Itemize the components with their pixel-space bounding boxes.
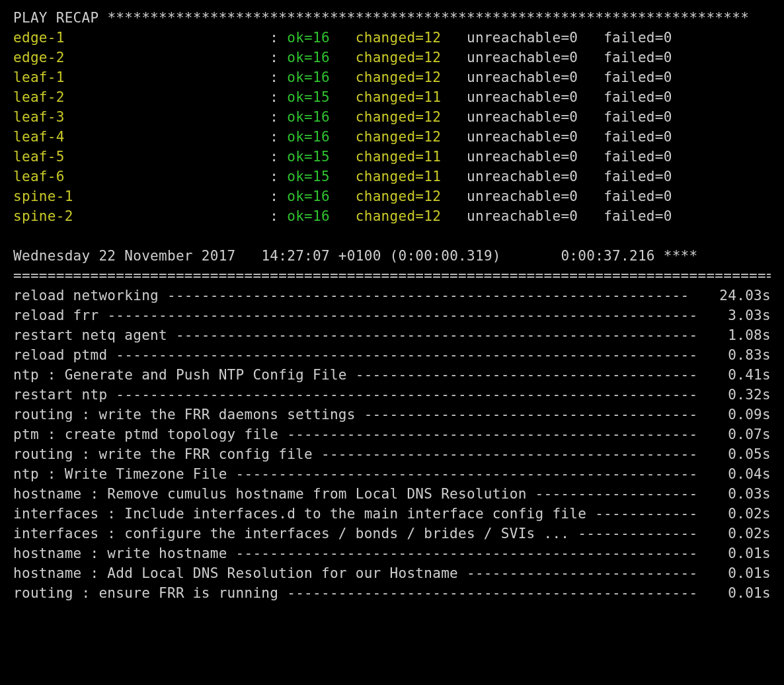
recap-colon: : bbox=[270, 186, 287, 206]
timestamp-time: 14:27:07 +0100 bbox=[261, 248, 381, 264]
recap-host: leaf-6 bbox=[13, 167, 270, 186]
task-name: restart netq agent bbox=[13, 325, 176, 345]
task-time: 1.08s bbox=[719, 325, 771, 345]
terminal-output: PLAY RECAP *****************************… bbox=[13, 8, 771, 603]
task-dash-fill: ------------------- bbox=[535, 484, 720, 504]
recap-changed: changed=12 bbox=[356, 28, 441, 48]
task-dash-fill: ----------------------------------------… bbox=[116, 385, 719, 405]
recap-ok: ok=16 bbox=[287, 28, 330, 48]
task-dash-fill: ----------------------------------------… bbox=[107, 305, 719, 325]
task-row: hostname : Add Local DNS Resolution for … bbox=[13, 563, 771, 583]
recap-changed: changed=12 bbox=[356, 67, 441, 87]
recap-host: leaf-2 bbox=[13, 87, 270, 107]
recap-ok: ok=16 bbox=[287, 67, 330, 87]
task-name: ntp : Generate and Push NTP Config File bbox=[13, 365, 356, 385]
recap-colon: : bbox=[270, 67, 287, 87]
task-row: ntp : Generate and Push NTP Config File … bbox=[13, 365, 771, 385]
recap-ok: ok=15 bbox=[287, 167, 330, 186]
recap-row: leaf-5 : ok=15 changed=11 unreachable=0 … bbox=[13, 147, 771, 167]
task-row: hostname : write hostname --------------… bbox=[13, 544, 771, 563]
timestamp-stars: **** bbox=[664, 248, 698, 264]
recap-colon: : bbox=[270, 48, 287, 67]
recap-host: spine-1 bbox=[13, 186, 270, 206]
recap-ok: ok=15 bbox=[287, 147, 330, 167]
task-dash-fill: ----------------------------------------… bbox=[287, 424, 719, 444]
task-name: hostname : Remove cumulus hostname from … bbox=[13, 484, 535, 504]
recap-failed: failed=0 bbox=[604, 48, 672, 67]
task-row: routing : ensure FRR is running --------… bbox=[13, 583, 771, 603]
recap-host-list: edge-1 : ok=16 changed=12 unreachable=0 … bbox=[13, 28, 771, 226]
task-dash-fill: ----------------------------------------… bbox=[176, 325, 719, 345]
timestamp-date: Wednesday 22 November 2017 bbox=[13, 248, 236, 264]
recap-host: edge-2 bbox=[13, 48, 270, 67]
recap-failed: failed=0 bbox=[604, 87, 672, 107]
task-row: reload networking ----------------------… bbox=[13, 286, 771, 305]
recap-changed: changed=12 bbox=[356, 48, 441, 67]
task-time: 0.41s bbox=[719, 365, 771, 385]
recap-ok: ok=16 bbox=[287, 206, 330, 226]
timestamp-total-elapsed: 0:00:37.216 bbox=[561, 248, 654, 264]
recap-row: edge-1 : ok=16 changed=12 unreachable=0 … bbox=[13, 28, 771, 48]
recap-failed: failed=0 bbox=[604, 186, 672, 206]
recap-unreachable: unreachable=0 bbox=[467, 107, 578, 127]
divider-line: ========================================… bbox=[13, 266, 771, 286]
recap-changed: changed=11 bbox=[356, 147, 441, 167]
recap-colon: : bbox=[270, 87, 287, 107]
task-name: ntp : Write Timezone File bbox=[13, 464, 236, 484]
recap-host: edge-1 bbox=[13, 28, 270, 48]
timestamp-line: Wednesday 22 November 2017 14:27:07 +010… bbox=[13, 246, 771, 266]
recap-host: spine-2 bbox=[13, 206, 270, 226]
task-time: 0.09s bbox=[719, 405, 771, 424]
recap-unreachable: unreachable=0 bbox=[467, 167, 578, 186]
task-name: ptm : create ptmd topology file bbox=[13, 424, 287, 444]
play-recap-header: PLAY RECAP *****************************… bbox=[13, 8, 771, 28]
recap-unreachable: unreachable=0 bbox=[467, 186, 578, 206]
task-dash-fill: ----------------------------------------… bbox=[116, 345, 719, 365]
recap-colon: : bbox=[270, 206, 287, 226]
task-time: 0.02s bbox=[719, 504, 771, 524]
task-name: routing : write the FRR daemons settings bbox=[13, 405, 364, 424]
task-dash-fill: ---------------------------------------- bbox=[356, 365, 720, 385]
task-row: restart ntp ----------------------------… bbox=[13, 385, 771, 405]
task-name: hostname : write hostname bbox=[13, 544, 236, 563]
task-name: reload networking bbox=[13, 286, 167, 305]
task-dash-fill: ----------------------------------------… bbox=[236, 544, 720, 563]
recap-colon: : bbox=[270, 147, 287, 167]
task-row: interfaces : configure the interfaces / … bbox=[13, 524, 771, 544]
task-time: 0.01s bbox=[719, 583, 771, 603]
task-dash-fill: ----------------------------------------… bbox=[167, 286, 711, 305]
task-name: reload frr bbox=[13, 305, 107, 325]
task-name: restart ntp bbox=[13, 385, 116, 405]
recap-host: leaf-1 bbox=[13, 67, 270, 87]
task-time: 0.32s bbox=[719, 385, 771, 405]
recap-colon: : bbox=[270, 28, 287, 48]
recap-failed: failed=0 bbox=[604, 127, 672, 147]
task-time: 0.04s bbox=[719, 464, 771, 484]
play-recap-label: PLAY RECAP bbox=[13, 10, 98, 26]
recap-row: edge-2 : ok=16 changed=12 unreachable=0 … bbox=[13, 48, 771, 67]
recap-row: spine-2 : ok=16 changed=12 unreachable=0… bbox=[13, 206, 771, 226]
task-time: 0.01s bbox=[719, 544, 771, 563]
task-time: 0.03s bbox=[719, 484, 771, 504]
task-time: 0.05s bbox=[719, 444, 771, 464]
task-row: restart netq agent ---------------------… bbox=[13, 325, 771, 345]
task-row: ptm : create ptmd topology file --------… bbox=[13, 424, 771, 444]
task-time: 0.83s bbox=[719, 345, 771, 365]
recap-failed: failed=0 bbox=[604, 107, 672, 127]
recap-row: leaf-3 : ok=16 changed=12 unreachable=0 … bbox=[13, 107, 771, 127]
recap-host: leaf-3 bbox=[13, 107, 270, 127]
task-row: interfaces : Include interfaces.d to the… bbox=[13, 504, 771, 524]
recap-unreachable: unreachable=0 bbox=[467, 67, 578, 87]
recap-changed: changed=12 bbox=[356, 206, 441, 226]
task-time: 0.02s bbox=[719, 524, 771, 544]
recap-colon: : bbox=[270, 107, 287, 127]
task-name: routing : ensure FRR is running bbox=[13, 583, 287, 603]
recap-ok: ok=16 bbox=[287, 186, 330, 206]
recap-ok: ok=16 bbox=[287, 127, 330, 147]
recap-unreachable: unreachable=0 bbox=[467, 147, 578, 167]
recap-ok: ok=16 bbox=[287, 48, 330, 67]
task-row: hostname : Remove cumulus hostname from … bbox=[13, 484, 771, 504]
recap-changed: changed=11 bbox=[356, 167, 441, 186]
recap-failed: failed=0 bbox=[604, 147, 672, 167]
recap-changed: changed=11 bbox=[356, 87, 441, 107]
